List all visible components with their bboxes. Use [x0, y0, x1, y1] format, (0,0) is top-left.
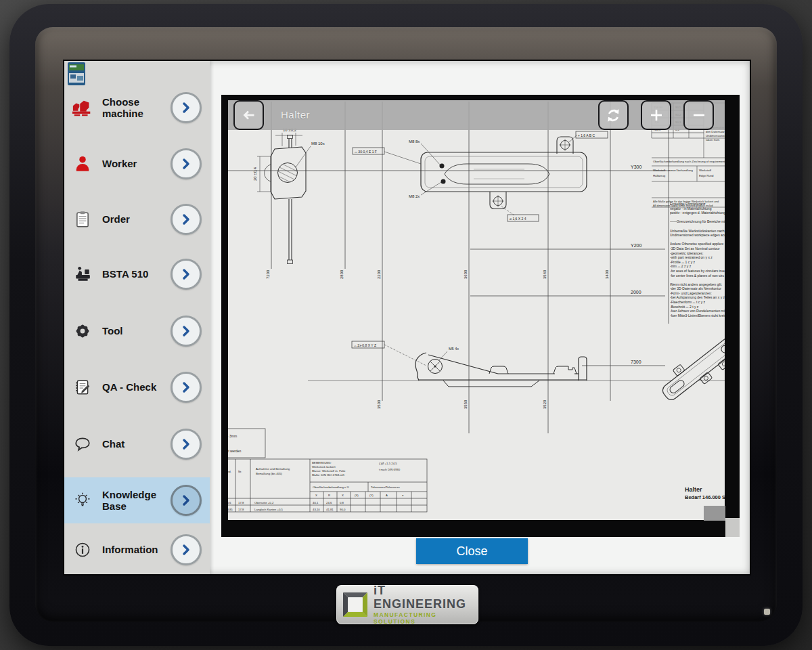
chevron-right-icon	[178, 156, 194, 172]
note-line	[670, 238, 725, 242]
open-order-button[interactable]	[171, 204, 202, 235]
note-line: -for center lines & planes of non-circ	[670, 274, 725, 278]
refresh-button[interactable]	[598, 100, 629, 130]
lightbulb-icon	[72, 490, 93, 511]
note-line: -Form- und Lagetoleranzen:	[670, 291, 725, 296]
table-cell: 41,81	[326, 508, 334, 511]
table-cell: Werkstoffnummer/-behandlung	[653, 169, 693, 172]
table-cell: X	[342, 494, 344, 497]
sidebar-item-order[interactable]: Order	[64, 197, 210, 242]
chevron-right-icon	[178, 211, 194, 228]
thread-label: M5 4x	[449, 347, 459, 351]
technical-drawing: 7200 2800 2200 3600 3540 3400 3500 3550 …	[228, 100, 725, 520]
chevron-right-icon	[178, 323, 194, 339]
zoom-in-button[interactable]	[641, 100, 671, 130]
document-viewer: 7200 2800 2200 3600 3540 3400 3500 3550 …	[221, 95, 740, 537]
table-cell: Oberflächenbehandlung nach Zeichnung of …	[653, 160, 725, 163]
grid-label: 3520	[543, 399, 547, 409]
table-cell: Aufnahme und Bemaßung	[256, 467, 290, 471]
chevron-right-icon	[178, 542, 194, 558]
machine-icon	[72, 97, 93, 118]
info-icon	[72, 539, 93, 561]
table-cell: Masse: Werkstoff m. Folie	[312, 469, 346, 473]
note-line	[670, 224, 725, 229]
sidebar-item-choose-machine[interactable]: Choose machine	[64, 85, 210, 130]
note-line	[670, 215, 725, 220]
table-cell: A	[386, 494, 388, 497]
open-choose-machine-button[interactable]	[171, 92, 202, 123]
table-cell: 17,8	[238, 501, 244, 504]
sidebar-item-bsta-510[interactable]: BSTA 510	[64, 252, 210, 297]
sidebar-item-information[interactable]: Information	[64, 527, 210, 572]
chevron-right-icon	[178, 266, 194, 282]
scrollbar-corner[interactable]	[704, 506, 725, 521]
brand-subtitle: MANUFACTURING SOLUTIONS	[374, 612, 472, 625]
sidebar-item-tool[interactable]: Tool	[64, 309, 210, 353]
open-chat-button[interactable]	[171, 429, 202, 460]
viewer-title: Halter	[281, 100, 310, 130]
power-led	[764, 609, 770, 615]
note-line: negativ - in Materialrichtung	[670, 207, 725, 211]
scrollbar-corner[interactable]	[725, 518, 740, 537]
note-line: Wenn nicht anders angegeben gilt:	[670, 282, 725, 287]
open-knowledge-base-button[interactable]	[171, 485, 202, 516]
it-engineering-logo-icon	[343, 591, 367, 618]
note-line: -3D-Data Set as Nominal contour	[670, 246, 725, 251]
part-name: Halter	[685, 486, 702, 493]
note-line: -Flaechenform ⌓ t c y z	[670, 300, 725, 305]
refresh-icon	[605, 107, 622, 124]
table-cell: BEMERKUNG:	[312, 461, 332, 464]
zoom-out-button[interactable]	[683, 100, 714, 130]
table-cell: 0,8	[340, 501, 344, 504]
sidebar-item-chat[interactable]: Chat	[64, 422, 210, 467]
sidebar-item-label: Order	[102, 213, 167, 225]
table-cell: 90,0	[340, 508, 346, 511]
table-cell: 17,8	[238, 508, 244, 511]
note-line: -bei Aufspannung des Teiles an x y z	[670, 295, 725, 300]
note-line: Unbemaßte Werkstückskanten nach DIN 6930	[670, 229, 725, 234]
open-bsta-510-button[interactable]	[171, 259, 202, 290]
clipboard-icon	[72, 209, 93, 230]
sidebar-item-qa-check[interactable]: QA - Check	[64, 365, 210, 410]
table-cell: Bemaßung (bis 405)	[256, 472, 282, 475]
sidebar-item-label: Chat	[102, 438, 167, 450]
open-worker-button[interactable]	[171, 148, 202, 179]
chat-bubble-icon	[72, 433, 93, 455]
dimension-label: 20 ±0,4	[253, 167, 257, 181]
sidebar-item-label: Information	[102, 544, 167, 555]
press-machine-icon	[72, 263, 93, 285]
thread-label: M8 2x	[409, 194, 420, 198]
brand-title: iT ENGINEERING	[374, 584, 472, 611]
sidebar-item-label: Knowledge Base	[102, 489, 167, 513]
note: · 3mm	[228, 434, 237, 438]
back-button[interactable]	[233, 100, 264, 130]
sidebar-item-label: BSTA 510	[102, 268, 167, 280]
app-logo-icon	[68, 62, 85, 85]
close-button[interactable]: Close	[416, 538, 528, 564]
table-cell: 78,85	[228, 508, 233, 511]
sidebar-item-label: Tool	[102, 325, 167, 337]
table-cell: 40,1	[313, 501, 319, 504]
table-cell: X	[315, 494, 317, 497]
note-line: -with part restrained on y x z	[670, 255, 725, 260]
sidebar-item-label: Worker	[102, 158, 167, 169]
sidebar-item-knowledge-base[interactable]: Knowledge Base	[64, 477, 210, 523]
tolerance-frame: ⌖ 1,6 A B C	[578, 133, 595, 137]
chevron-right-icon	[178, 492, 194, 508]
note-line: -trim ⌓ 2 z y z	[670, 264, 725, 269]
note-line	[670, 278, 725, 282]
table-cell: 43,10	[313, 508, 320, 511]
table-cell: Oberseite +0,2	[254, 501, 274, 504]
open-qa-check-button[interactable]	[171, 372, 202, 403]
sidebar-item-worker[interactable]: Worker	[64, 142, 210, 186]
manufacturer-logo: iT ENGINEERING MANUFACTURING SOLUTIONS	[336, 585, 478, 624]
table-cell: Edge Rund	[699, 174, 714, 177]
grid-label: Y200	[631, 243, 641, 248]
note-line: positiv - entgegen d. Materialrichtung	[670, 211, 725, 215]
open-information-button[interactable]	[171, 534, 202, 565]
open-tool-button[interactable]	[171, 316, 202, 347]
note-line: Undimensioned workpiece edges acc. to DI…	[670, 233, 725, 238]
table-cell: Werkstück lackiert	[312, 465, 336, 469]
back-arrow-icon	[240, 107, 258, 123]
note: ...t werden	[228, 449, 242, 453]
